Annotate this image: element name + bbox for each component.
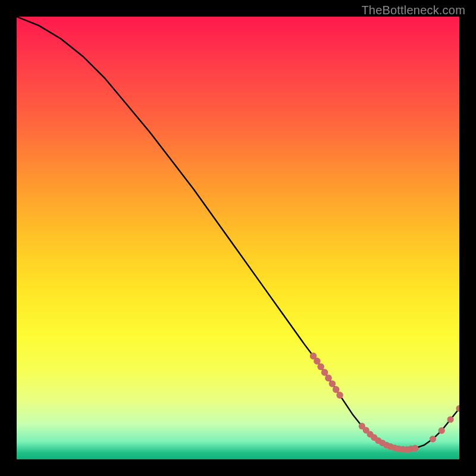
data-marker: [321, 369, 328, 376]
watermark-label: TheBottleneck.com: [361, 4, 465, 17]
plot-area: [17, 17, 459, 459]
chart-stage: TheBottleneck.com: [0, 0, 476, 476]
data-marker: [412, 445, 418, 452]
data-marker: [430, 436, 436, 442]
data-marker: [447, 416, 454, 422]
bottleneck-curve: [17, 17, 459, 450]
marker-group: [310, 353, 459, 453]
data-marker: [333, 386, 340, 393]
data-marker: [317, 364, 324, 371]
data-marker: [439, 427, 445, 434]
chart-overlay: [17, 17, 459, 459]
data-marker: [336, 392, 343, 399]
data-marker: [325, 375, 332, 382]
data-marker: [329, 380, 336, 387]
data-marker: [456, 405, 459, 412]
